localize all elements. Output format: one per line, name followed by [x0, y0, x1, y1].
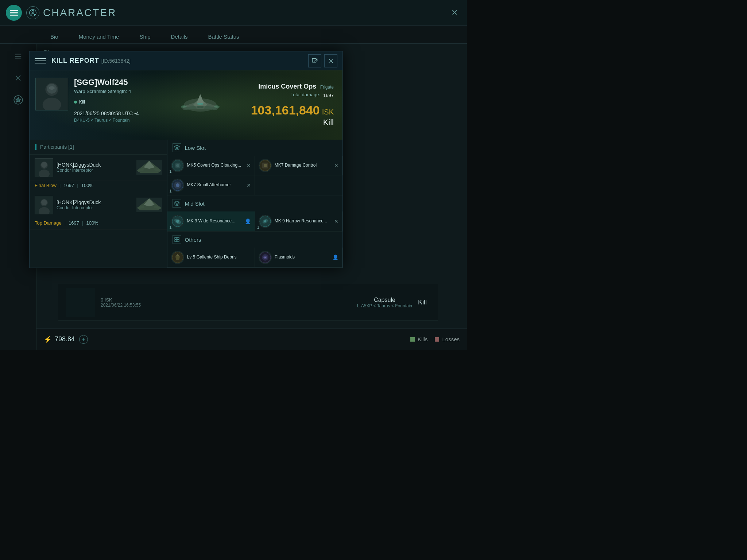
tab-details[interactable]: Details	[161, 31, 198, 43]
pilot-avatar	[35, 78, 68, 110]
pilot-info: [SGG]Wolf245 Warp Scramble Strength: 4 K…	[74, 70, 139, 140]
low-item-2-img	[259, 159, 272, 172]
participant-1-avatar	[35, 158, 53, 176]
participant-1-ship-img	[136, 160, 162, 175]
others-item-2-img	[259, 251, 272, 264]
low-item-3-count: 1	[170, 189, 172, 193]
low-item-2-name: MK7 Damage Control	[275, 163, 331, 168]
svg-rect-1	[10, 12, 18, 13]
svg-rect-2	[10, 15, 18, 15]
svg-rect-53	[264, 164, 267, 167]
svg-point-35	[41, 162, 47, 168]
others-item-1: Lv 5 Gallente Ship Debris	[167, 248, 255, 267]
svg-rect-13	[435, 337, 439, 342]
svg-rect-0	[10, 10, 18, 11]
kill-badge: Kill	[74, 100, 85, 105]
participant-2-percent: 100%	[86, 220, 98, 226]
isk-row: 103,161,840 ISK	[251, 101, 334, 118]
low-item-1-remove[interactable]: ✕	[247, 163, 251, 168]
tab-ship[interactable]: Ship	[129, 31, 161, 43]
participants-panel: Participants [1] [HONK]ZiggysDuck	[30, 140, 167, 268]
losses-legend: Losses	[435, 336, 460, 342]
low-item-3-name: MK7 Small Afterburner	[187, 182, 244, 188]
participants-header: Participants [1]	[30, 140, 167, 155]
final-blow-label: Final Blow	[35, 183, 57, 188]
tab-money[interactable]: Money and Time	[69, 31, 129, 43]
svg-point-21	[49, 86, 55, 90]
bg-ship-name: Capsule	[357, 297, 412, 303]
kr-external-button[interactable]	[308, 54, 321, 67]
svg-point-59	[176, 220, 179, 223]
participant-2-stats: Top Damage | 1697 | 100%	[30, 218, 167, 230]
menu-button[interactable]	[6, 5, 22, 21]
window-title: CHARACTER	[43, 7, 116, 19]
low-slot-icon	[173, 143, 181, 152]
bg-kill-type: Kill	[418, 299, 427, 306]
isk-value: 103,161,840	[251, 104, 320, 116]
mid-item-2-img	[259, 215, 272, 228]
ship-svg	[171, 83, 229, 127]
svg-point-56	[176, 183, 179, 187]
participant-entry-1: [HONK]ZiggysDuck Condor Interceptor	[30, 155, 167, 180]
mid-item-2-name: MK 9 Narrow Resonance...	[275, 218, 331, 224]
low-slot-items: MK5 Covert Ops Cloaking... ✕ 1	[167, 156, 342, 195]
participant-entry-2: [HONK]ZiggysDuck Condor Interceptor	[30, 192, 167, 218]
tab-bar: Bio Money and Time Ship Details Battle S…	[0, 26, 467, 44]
low-item-3-remove[interactable]: ✕	[247, 182, 251, 188]
kr-menu-button[interactable]	[35, 55, 46, 67]
tab-battle[interactable]: Battle Status	[198, 31, 249, 43]
mid-item-2-count: 1	[257, 225, 259, 229]
bg-isk: 0 ISK	[101, 297, 351, 303]
damage-row: Total damage: 1697	[290, 92, 334, 99]
kill-report-header: KILL REPORT [ID:5613842]	[30, 51, 342, 70]
kill-report-title: KILL REPORT	[51, 57, 99, 65]
others-item-2-name: Plasmoids	[275, 254, 329, 260]
kr-action-buttons	[308, 54, 337, 67]
top-bar: CHARACTER ✕	[0, 0, 467, 26]
sidebar-close-icon[interactable]	[10, 70, 26, 86]
participant-2-ship-img	[136, 198, 162, 212]
bg-location: L-A5XP < Taurus < Fountain	[357, 303, 412, 308]
add-stat-button[interactable]: +	[79, 335, 88, 344]
low-slot-item-2: MK7 Damage Control ✕	[255, 156, 342, 175]
kill-badge-label: Kill	[79, 100, 85, 105]
mid-item-2-remove[interactable]: ✕	[334, 218, 338, 224]
svg-rect-63	[175, 237, 177, 239]
svg-point-27	[197, 106, 204, 108]
kill-dot	[74, 101, 77, 104]
equipment-panel: Low Slot MK5 Cove	[167, 140, 342, 268]
kill-location: D4KU-5 < Taurus < Fountain	[74, 118, 139, 123]
svg-point-73	[264, 257, 266, 258]
svg-point-50	[176, 164, 179, 167]
character-icon	[26, 6, 39, 19]
low-item-1-name: MK5 Covert Ops Cloaking...	[187, 163, 244, 168]
sidebar-menu-icon[interactable]	[10, 48, 26, 64]
background-entry: 0 ISK 2021/06/22 16:53:55 Capsule L-A5XP…	[58, 284, 438, 321]
tab-bio[interactable]: Bio	[40, 31, 69, 43]
svg-rect-66	[177, 240, 179, 242]
kill-report-content: Participants [1] [HONK]ZiggysDuck	[30, 140, 342, 268]
others-items: Lv 5 Gallente Ship Debris	[167, 248, 342, 267]
low-item-1-count: 1	[170, 169, 172, 174]
participant-2-name: [HONK]ZiggysDuck	[57, 199, 101, 205]
kills-legend: Kills	[410, 336, 428, 342]
participant-2-ship: Condor Interceptor	[57, 205, 101, 210]
sidebar-star-icon[interactable]	[10, 92, 26, 108]
low-slot-header: Low Slot	[167, 140, 342, 156]
close-main-button[interactable]: ✕	[448, 6, 461, 19]
low-slot-item-1: MK5 Covert Ops Cloaking... ✕ 1	[167, 156, 255, 175]
bg-ship-info: Capsule L-A5XP < Taurus < Fountain	[357, 297, 412, 308]
svg-point-4	[32, 10, 34, 12]
low-slot-section: Low Slot MK5 Cove	[167, 140, 342, 195]
participant-1-name: [HONK]ZiggysDuck	[57, 162, 101, 168]
kr-close-button[interactable]	[324, 54, 337, 67]
mid-item-1-img	[171, 215, 184, 228]
ship-type: Frigate	[320, 85, 334, 90]
participants-label: Participants [1]	[40, 144, 74, 150]
low-item-2-remove[interactable]: ✕	[334, 163, 338, 168]
ship-class-name: Imicus Covert Ops	[258, 83, 316, 90]
isk-currency: ISK	[322, 108, 334, 116]
kills-dot	[410, 337, 415, 342]
svg-rect-64	[177, 237, 179, 239]
warp-strength: Warp Scramble Strength: 4	[74, 89, 139, 94]
